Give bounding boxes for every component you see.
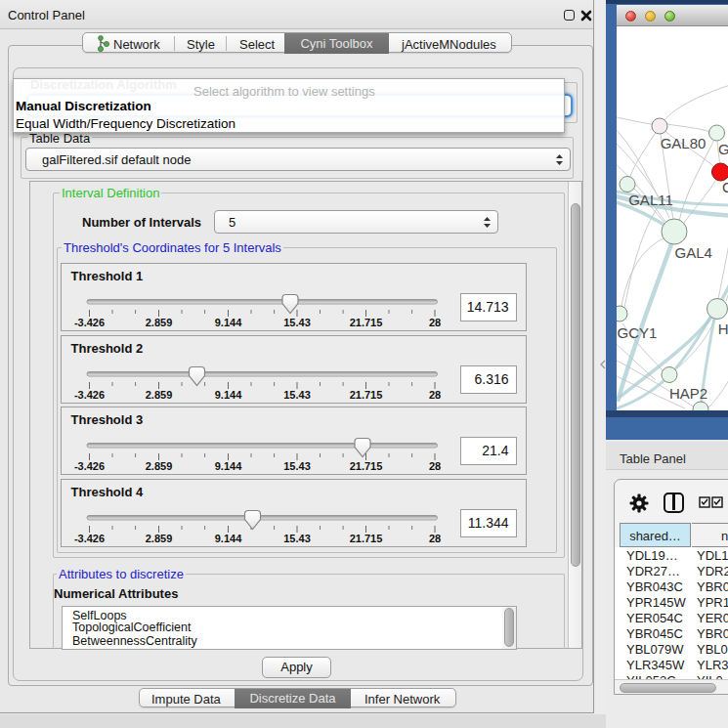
svg-text:15.43: 15.43: [283, 533, 311, 544]
svg-text:9.144: 9.144: [214, 533, 241, 544]
svg-text:GAL11: GAL11: [628, 192, 673, 208]
svg-text:2.859: 2.859: [145, 389, 172, 401]
svg-text:28: 28: [428, 317, 440, 328]
svg-text:-3.426: -3.426: [73, 317, 104, 328]
svg-text:15.43: 15.43: [283, 389, 311, 401]
svg-text:28: 28: [428, 389, 440, 401]
svg-text:-3.426: -3.426: [73, 389, 104, 401]
svg-text:H: H: [718, 321, 728, 337]
svg-text:28: 28: [428, 533, 440, 544]
svg-text:21.715: 21.715: [349, 317, 382, 328]
svg-text:21.715: 21.715: [349, 460, 382, 472]
svg-text:21.715: 21.715: [349, 533, 382, 544]
svg-text:GAL80: GAL80: [661, 135, 707, 151]
svg-text:C: C: [722, 179, 728, 195]
svg-text:HAP2: HAP2: [669, 385, 707, 402]
svg-text:2.859: 2.859: [145, 460, 172, 472]
svg-text:GAL…: GAL…: [718, 141, 728, 157]
svg-text:21.715: 21.715: [349, 389, 382, 401]
svg-text:28: 28: [428, 460, 440, 472]
svg-text:-3.426: -3.426: [73, 533, 104, 544]
svg-text:GCY1: GCY1: [618, 324, 658, 341]
svg-text:15.43: 15.43: [283, 317, 311, 328]
svg-text:9.144: 9.144: [214, 317, 241, 328]
svg-text:2.859: 2.859: [145, 317, 172, 328]
svg-text:15.43: 15.43: [283, 460, 311, 472]
svg-text:9.144: 9.144: [214, 460, 241, 472]
svg-text:GAL4: GAL4: [675, 244, 712, 261]
svg-text:2.859: 2.859: [145, 533, 172, 544]
svg-text:-3.426: -3.426: [73, 460, 104, 472]
svg-text:9.144: 9.144: [214, 389, 241, 401]
